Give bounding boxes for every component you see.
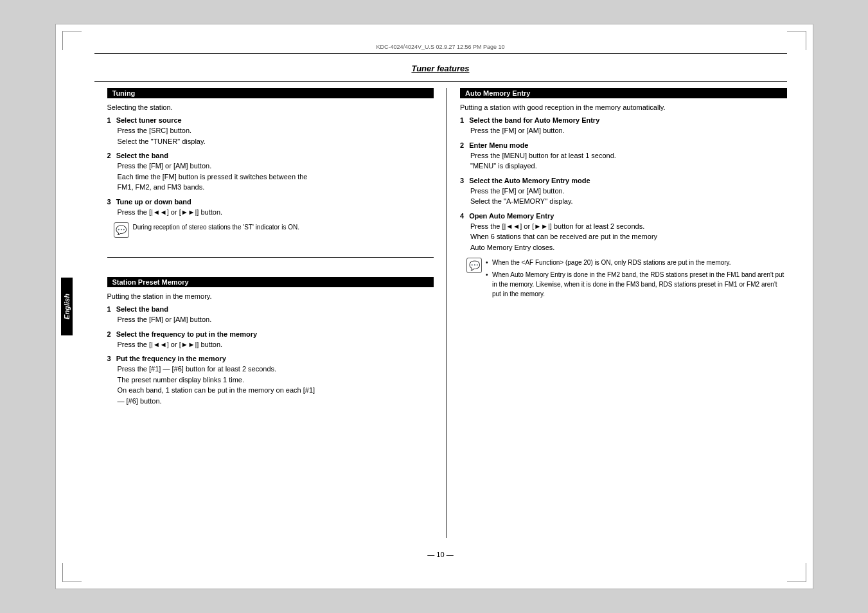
auto-memory-intro: Putting a station with good reception in…: [460, 103, 787, 111]
step-body: Press the [FM] or [AM] button. Each time…: [107, 161, 434, 193]
page-header: KDC-4024/4024V_U.S 02.9.27 12:56 PM Page…: [94, 44, 787, 54]
page-number: — 10 —: [94, 551, 787, 558]
step-body: Press the [|◄◄] or [►►|] button.: [107, 339, 434, 350]
station-preset-header: Station Preset Memory: [107, 277, 434, 287]
tuning-steps: 1 Select tuner source Press the [SRC] bu…: [107, 116, 434, 217]
step-line: FM1, FM2, and FM3 bands.: [118, 182, 434, 193]
step-title: Tune up or down band: [116, 198, 191, 206]
auto-memory-notes-list: When the <AF Function> (page 20) is ON, …: [486, 258, 787, 301]
step-number: 2: [107, 152, 111, 159]
step-title: Select the band for Auto Memory Entry: [469, 116, 599, 124]
step-line: Select the "TUNER" display.: [118, 136, 434, 147]
step-title: Select the band: [116, 305, 168, 313]
title-divider: [94, 81, 787, 82]
step-title: Put the frequency in the memory: [116, 355, 226, 362]
step-line: Press the [|◄◄] or [►►|] button.: [118, 339, 434, 350]
step-line: When 6 stations that can be received are…: [470, 231, 787, 242]
auto-memory-section: Auto Memory Entry Putting a station with…: [460, 88, 787, 301]
step-body: Press the [FM] or [AM] button.: [460, 125, 787, 136]
preset-step-1: 1 Select the band Press the [FM] or [AM]…: [107, 305, 434, 325]
section-mid-divider: [107, 257, 434, 258]
tuning-step-1: 1 Select tuner source Press the [SRC] bu…: [107, 116, 434, 147]
tuning-step-3: 3 Tune up or down band Press the [|◄◄] o…: [107, 198, 434, 218]
tuning-step-2: 2 Select the band Press the [FM] or [AM]…: [107, 152, 434, 193]
auto-memory-note-icon: 💬: [466, 258, 482, 273]
step-number: 3: [107, 198, 111, 206]
main-content: Tuning Selecting the station. 1 Select t…: [107, 88, 787, 538]
step-number: 2: [107, 330, 111, 338]
preset-step-2: 2 Select the frequency to put in the mem…: [107, 330, 434, 350]
note-icon: 💬: [114, 222, 129, 238]
station-preset-section: Station Preset Memory Putting the statio…: [107, 277, 434, 411]
step-title: Select the frequency to put in the memor…: [116, 330, 257, 338]
auto-step-2: 2 Enter Menu mode Press the [MENU] butto…: [460, 141, 787, 172]
step-line: Each time the [FM] button is pressed it …: [118, 172, 434, 182]
step-line: The preset number display blinks 1 time.: [118, 375, 434, 386]
auto-memory-notes-box: 💬 When the <AF Function> (page 20) is ON…: [466, 258, 787, 301]
right-column: Auto Memory Entry Putting a station with…: [460, 88, 787, 538]
corner-mark-br: [787, 563, 806, 582]
step-number: 3: [460, 177, 464, 184]
step-line: Press the [#1] — [#6] button for at leas…: [118, 364, 434, 375]
step-body: Press the [MENU] button for at least 1 s…: [460, 150, 787, 172]
step-line: Press the [FM] or [AM] button.: [118, 314, 434, 325]
station-preset-intro: Putting the station in the memory.: [107, 292, 434, 300]
tuning-header: Tuning: [107, 88, 434, 98]
step-body: Press the [FM] or [AM] button.: [107, 314, 434, 325]
step-body: Press the [#1] — [#6] button for at leas…: [107, 364, 434, 406]
auto-memory-steps: 1 Select the band for Auto Memory Entry …: [460, 116, 787, 253]
step-line: Press the [MENU] button for at least 1 s…: [470, 150, 787, 161]
column-divider: [447, 88, 447, 538]
step-line: Press the [|◄◄] or [►►|] button.: [118, 207, 434, 218]
step-number: 1: [460, 116, 464, 124]
step-line: Press the [FM] or [AM] button.: [470, 186, 787, 197]
step-title: Select tuner source: [116, 116, 182, 124]
step-number: 4: [460, 212, 464, 220]
corner-mark-tr: [787, 31, 806, 50]
step-title: Select the Auto Memory Entry mode: [469, 177, 590, 184]
step-line: Press the [SRC] button.: [118, 125, 434, 136]
auto-step-1: 1 Select the band for Auto Memory Entry …: [460, 116, 787, 136]
page-title: Tuner features: [94, 64, 787, 73]
tuning-section: Tuning Selecting the station. 1 Select t…: [107, 88, 434, 238]
page-wrapper: English KDC-4024/4024V_U.S 02.9.27 12:56…: [55, 24, 813, 589]
tuning-note-box: 💬 During reception of stereo stations th…: [114, 222, 434, 238]
step-title: Select the band: [116, 152, 168, 159]
auto-step-4: 4 Open Auto Memory Entry Press the [|◄◄]…: [460, 212, 787, 253]
corner-mark-bl: [62, 563, 82, 582]
step-line: On each band, 1 station can be put in th…: [118, 385, 434, 396]
step-number: 1: [107, 305, 111, 313]
corner-mark-tl: [62, 31, 82, 50]
step-body: Press the [|◄◄] or [►►|] button for at l…: [460, 221, 787, 253]
auto-memory-note-2: When Auto Memory Entry is done in the FM…: [486, 270, 787, 299]
step-line: Press the [FM] or [AM] button.: [118, 161, 434, 172]
step-line: Select the "A-MEMORY" display.: [470, 196, 787, 207]
step-number: 2: [460, 141, 464, 149]
side-label: English: [61, 278, 73, 335]
step-body: Press the [|◄◄] or [►►|] button.: [107, 207, 434, 218]
step-line: "MENU" is displayed.: [470, 161, 787, 172]
tuning-note-text: During reception of stereo stations the …: [133, 222, 300, 232]
station-preset-steps: 1 Select the band Press the [FM] or [AM]…: [107, 305, 434, 406]
step-line: — [#6] button.: [118, 396, 434, 407]
step-body: Press the [FM] or [AM] button. Select th…: [460, 186, 787, 207]
auto-memory-header: Auto Memory Entry: [460, 88, 787, 98]
step-line: Auto Memory Entry closes.: [470, 242, 787, 253]
auto-memory-note-1: When the <AF Function> (page 20) is ON, …: [486, 258, 787, 267]
step-number: 1: [107, 116, 111, 124]
step-title: Open Auto Memory Entry: [469, 212, 554, 220]
tuning-intro: Selecting the station.: [107, 103, 434, 111]
step-line: Press the [|◄◄] or [►►|] button for at l…: [470, 221, 787, 232]
preset-step-3: 3 Put the frequency in the memory Press …: [107, 355, 434, 406]
step-title: Enter Menu mode: [469, 141, 528, 149]
left-column: Tuning Selecting the station. 1 Select t…: [107, 88, 434, 538]
step-number: 3: [107, 355, 111, 362]
step-line: Press the [FM] or [AM] button.: [470, 125, 787, 136]
auto-step-3: 3 Select the Auto Memory Entry mode Pres…: [460, 177, 787, 207]
step-body: Press the [SRC] button. Select the "TUNE…: [107, 125, 434, 147]
